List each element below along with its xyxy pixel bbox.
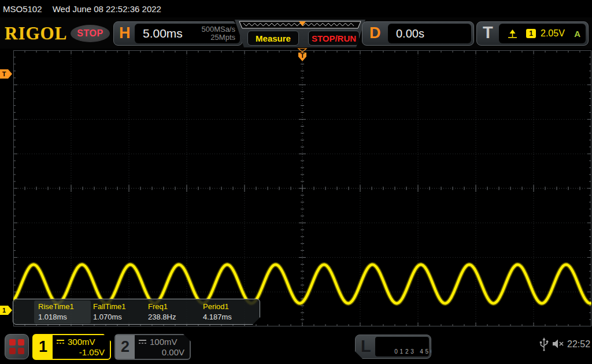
trigger-position-marker[interactable]: T — [297, 48, 308, 63]
channel2-block[interactable]: 2 100mV 0.00V — [114, 334, 191, 360]
stop-run-button[interactable]: STOP/RUN — [308, 31, 360, 46]
trigger-sweep-mode: A — [574, 29, 580, 39]
measurement-value: 1.070ms — [93, 313, 122, 321]
waveform-display-area — [13, 50, 591, 326]
channel2-settings: 100mV 0.00V — [135, 335, 190, 359]
measure-button[interactable]: Measure — [247, 31, 299, 46]
titlebar: MSO5102 Wed June 08 22:52:36 2022 — [0, 0, 592, 17]
header-bar: RIGOL STOP H 5.00ms 500MSa/s 25Mpts Meas… — [0, 17, 592, 49]
svg-text:1: 1 — [2, 307, 6, 314]
channel1-number: 1 — [34, 335, 53, 359]
logic-label: L — [361, 337, 371, 356]
trigger-source-badge: 1 — [526, 29, 536, 38]
bottom-bar: 1 300mV -1.05V 2 — [0, 326, 592, 364]
graticule-and-waveform — [13, 50, 591, 326]
measurement-label: Freq1 — [148, 302, 168, 311]
acquisition-rates: 500MSa/s 25Mpts — [201, 25, 235, 42]
trigger-panel[interactable]: T 1 2.05V A — [476, 21, 589, 46]
trigger-level-value: 2.05V — [541, 28, 565, 39]
run-state-badge: STOP — [71, 25, 110, 42]
sample-rate: 500MSa/s — [201, 25, 235, 34]
channel1-settings: 300mV -1.05V — [53, 335, 110, 359]
dc-coupling-icon — [138, 339, 147, 345]
svg-text:T: T — [301, 52, 305, 59]
trigger-display: 1 2.05V A — [499, 24, 586, 43]
trigger-level-marker[interactable]: T — [0, 69, 13, 79]
measurement-results-panel: RiseTime1 1.018ms FallTime1 1.070ms Freq… — [13, 299, 260, 325]
measurement-label: Period1 — [203, 302, 229, 311]
speaker-muted-icon — [552, 339, 566, 349]
svg-text:T: T — [2, 70, 6, 77]
waveform-preview-group: Measure STOP/RUN — [235, 20, 365, 47]
horizontal-panel[interactable]: H 5.00ms 500MSa/s 25Mpts — [113, 21, 243, 46]
channel1-scale: 300mV — [68, 337, 95, 347]
delay-panel[interactable]: D 0.00s — [362, 21, 474, 46]
measurement-value: 1.018ms — [38, 313, 67, 321]
dc-coupling-icon — [56, 339, 65, 345]
system-datetime: Wed June 08 22:52:36 2022 — [53, 4, 161, 14]
status-clock: 22:52 — [567, 339, 590, 350]
model-name: MSO5102 — [3, 4, 42, 14]
delay-label: D — [369, 24, 381, 42]
horizontal-display: 5.00ms 500MSa/s 25Mpts — [135, 24, 240, 43]
delay-display: 0.00s — [388, 24, 471, 43]
measurement-value: 238.8Hz — [148, 313, 176, 321]
logic-channel-list: 0 1 2 3 4 5 6 7 8 9 10 11 12 13 14 15 — [375, 337, 429, 356]
horizontal-label: H — [119, 24, 131, 42]
measurement-label: FallTime1 — [93, 302, 126, 311]
channel1-offset: -1.05V — [56, 347, 105, 357]
timebase-value: 5.00ms — [143, 27, 183, 40]
measurement-value: 4.187ms — [203, 313, 232, 321]
measurement-label: RiseTime1 — [38, 302, 74, 311]
channel1-reference-marker[interactable]: 1 — [0, 305, 13, 315]
oscilloscope-screen: MSO5102 Wed June 08 22:52:36 2022 RIGOL … — [0, 0, 592, 364]
channel2-number: 2 — [116, 335, 135, 359]
logic-row1: 0 1 2 3 4 5 6 7 — [394, 348, 439, 355]
memory-waveform-preview[interactable] — [239, 21, 361, 29]
channel1-block[interactable]: 1 300mV -1.05V — [32, 334, 111, 360]
logic-analyzer-block[interactable]: L 0 1 2 3 4 5 6 7 8 9 10 11 12 13 14 15 — [355, 335, 431, 359]
grid-menu-icon — [9, 339, 24, 354]
rising-edge-trigger-icon — [507, 29, 518, 39]
delay-value: 0.00s — [396, 27, 424, 40]
rigol-logo: RIGOL — [5, 23, 67, 44]
trigger-label: T — [483, 23, 493, 42]
usb-icon — [539, 337, 549, 351]
memory-depth: 25Mpts — [210, 33, 235, 42]
channel2-offset: 0.00V — [138, 347, 184, 357]
channel2-scale: 100mV — [150, 337, 177, 347]
main-menu-button[interactable] — [5, 334, 29, 359]
